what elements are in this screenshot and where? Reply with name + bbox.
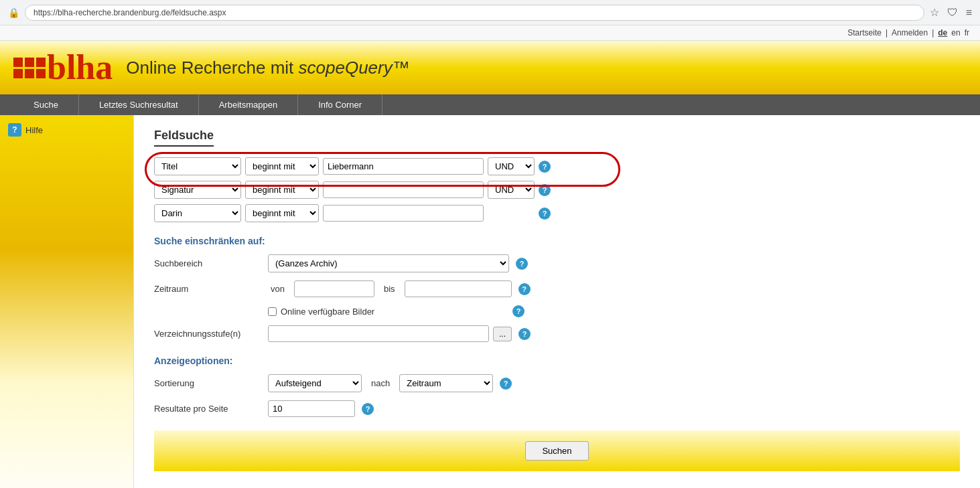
operator-select-2[interactable]: beginnt mit enthält ist gleich [245,181,319,199]
site-header: blha Online Recherche mit scopeQuery™ [0,41,980,94]
verzeichnungsstufe-row: Verzeichnungsstufe(n) ... ? [154,325,960,342]
sortierung-label: Sortierung [154,378,261,388]
help-label: Hilfe [25,125,43,135]
row1-help-icon[interactable]: ? [539,161,551,173]
bis-label: bis [381,284,398,294]
title-brand: scopeQuery [299,58,393,78]
von-label: von [268,284,287,294]
browser-chrome: 🔒 https://blha-recherche.brandenburg.de/… [0,0,980,25]
bookmark-icon[interactable]: ☆ [930,6,939,19]
address-bar[interactable]: https://blha-recherche.brandenburg.de/fe… [25,5,924,21]
logo-text: blha [47,50,113,85]
help-icon: ? [8,123,21,137]
zeitraum-from-input[interactable] [294,280,374,297]
main-container: ? Hilfe Feldsuche Titel Signatur Darin b… [0,115,980,488]
row2-help-icon[interactable]: ? [539,184,551,196]
restrict-title: Suche einschränken auf: [154,236,960,246]
field-select-2[interactable]: Titel Signatur Darin [154,181,241,199]
lang-en-link[interactable]: en [951,28,960,37]
search-rows-container: Titel Signatur Darin beginnt mit enthält… [154,157,960,222]
suchen-button[interactable]: Suchen [525,441,588,461]
search-input-1[interactable] [323,158,484,175]
operator-select-1[interactable]: beginnt mit enthält ist gleich [245,157,319,175]
tab-info[interactable]: Info Corner [298,94,382,115]
suchbereich-help-icon[interactable]: ? [516,258,528,270]
search-row-1: Titel Signatur Darin beginnt mit enthält… [154,157,960,175]
top-nav: Startseite | Anmelden | de en fr [0,25,980,41]
verzeichnungsstufe-dots-button[interactable]: ... [493,327,512,341]
lang-de-link[interactable]: de [938,28,947,37]
verzeichnungsstufe-label: Verzeichnungsstufe(n) [154,329,261,339]
sortierung-row: Sortierung Aufsteigend Absteigend nach Z… [154,374,960,392]
separator1: | [886,28,888,37]
lock-icon: 🔒 [8,7,19,18]
search-row-3: Titel Signatur Darin beginnt mit enthält… [154,204,960,222]
resultate-label: Resultate pro Seite [154,404,261,414]
online-bilder-checkbox[interactable] [268,307,277,316]
browser-icons: 🔒 [8,7,19,18]
verzeichnungsstufe-help-icon[interactable]: ? [518,328,531,340]
sortierung-select[interactable]: Aufsteigend Absteigend [268,374,362,392]
verzeichnungsstufe-input[interactable] [268,325,489,342]
tab-arbeitsmappen[interactable]: Arbeitsmappen [199,94,298,115]
search-input-3[interactable] [323,205,484,222]
suchbereich-label: Suchbereich [154,258,261,268]
nav-tabs: Suche Letztes Suchresultat Arbeitsmappen… [0,94,980,115]
form-title: Feldsuche [154,129,214,147]
online-bilder-help-icon[interactable]: ? [512,305,524,317]
nach-select[interactable]: Zeitraum Titel Signatur Relevanz [399,374,493,392]
tab-suche[interactable]: Suche [13,94,79,115]
url-text: https://blha-recherche.brandenburg.de/fe… [33,8,226,17]
menu-icon[interactable]: ≡ [966,7,972,19]
sortierung-help-icon[interactable]: ? [500,378,512,390]
lang-fr-link[interactable]: fr [965,28,969,37]
tab-letztes[interactable]: Letztes Suchresultat [79,94,199,115]
row3-help-icon[interactable]: ? [539,208,551,220]
zeitraum-help-icon[interactable]: ? [518,283,531,295]
title-prefix: Online Recherche mit [126,58,298,78]
operator-select-3[interactable]: beginnt mit enthält ist gleich [245,204,319,222]
field-select-1[interactable]: Titel Signatur Darin [154,157,241,175]
suchbereich-row: Suchbereich (Ganzes Archiv) Bestände Sam… [154,254,960,272]
startseite-link[interactable]: Startseite [847,28,882,37]
title-suffix: ™ [393,58,410,78]
combine-select-2[interactable]: UND ODER NICHT [488,181,535,199]
bottom-bar: Suchen [154,430,960,471]
separator2: | [932,28,934,37]
search-row-2: Titel Signatur Darin beginnt mit enthält… [154,181,960,199]
anmelden-link[interactable]: Anmelden [892,28,928,37]
online-bilder-label: Online verfügbare Bilder [281,307,374,317]
verz-input-group: ... [268,325,512,342]
suchbereich-select[interactable]: (Ganzes Archiv) Bestände Sammlungen [268,254,509,272]
resultate-help-icon[interactable]: ? [362,403,374,415]
zeitraum-to-input[interactable] [405,280,512,297]
shield-icon[interactable]: 🛡 [947,7,958,19]
zeitraum-label: Zeitraum [154,284,261,294]
site-logo: blha [13,50,113,85]
zeitraum-row: Zeitraum von bis ? [154,280,960,297]
browser-right-icons: ☆ 🛡 ≡ [930,6,972,19]
field-select-3[interactable]: Titel Signatur Darin [154,204,241,222]
nach-label: nach [368,378,393,388]
site-title: Online Recherche mit scopeQuery™ [126,58,409,78]
online-bilder-row: Online verfügbare Bilder ? [268,305,960,317]
sidebar: ? Hilfe [0,115,134,488]
form-area: Feldsuche Titel Signatur Darin beginnt m… [134,115,980,488]
search-input-2[interactable] [323,181,484,198]
resultate-row: Resultate pro Seite ? [154,400,960,417]
anzeige-title: Anzeigeoptionen: [154,355,960,366]
combine-select-1[interactable]: UND ODER NICHT [488,157,535,175]
resultate-input[interactable] [268,400,355,417]
help-button[interactable]: ? Hilfe [8,123,43,137]
